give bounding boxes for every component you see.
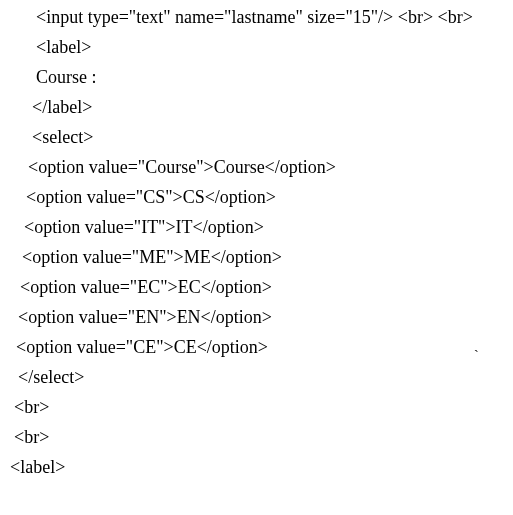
code-line: <input type="text" name="lastname" size=… <box>0 8 513 26</box>
code-line: <label> <box>0 38 513 56</box>
code-line: Course : <box>0 68 513 86</box>
code-line: <select> <box>0 128 513 146</box>
code-line: </select> <box>0 368 513 386</box>
code-line: <option value="EC">EC</option> <box>0 278 513 296</box>
code-line: </label> <box>0 98 513 116</box>
code-line: <option value="IT">IT</option> <box>0 218 513 236</box>
code-line: <option value="CS">CS</option> <box>0 188 513 206</box>
code-line: <option value="CE">CE</option> <box>0 338 513 356</box>
code-listing: <input type="text" name="lastname" size=… <box>0 0 513 476</box>
code-line: <option value="Course">Course</option> <box>0 158 513 176</box>
code-line: <br> <box>0 398 513 416</box>
stray-backtick: ` <box>474 348 479 364</box>
code-line: <option value="ME">ME</option> <box>0 248 513 266</box>
code-line: <label> <box>0 458 513 476</box>
code-line: <br> <box>0 428 513 446</box>
code-line: <option value="EN">EN</option> <box>0 308 513 326</box>
